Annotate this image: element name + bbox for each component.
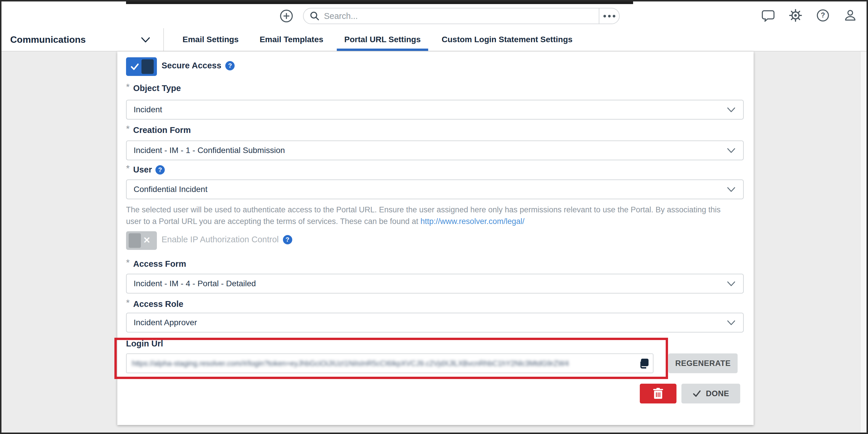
search-bar[interactable]: Search... [303, 8, 620, 24]
tab-portal-url-settings[interactable]: Portal URL Settings [334, 28, 431, 51]
more-options-icon [603, 15, 606, 18]
login-url-field[interactable]: https://alpha-staging.resolver.com/#/log… [126, 354, 653, 373]
ip-authorization-help-icon[interactable]: ? [283, 235, 292, 244]
user-label: * User ? [126, 164, 165, 175]
toggle-knob [129, 233, 141, 248]
tab-email-templates[interactable]: Email Templates [249, 28, 334, 51]
scrollbar-track[interactable] [860, 52, 867, 433]
chat-button[interactable] [761, 8, 775, 23]
required-marker: * [126, 298, 129, 308]
legal-link[interactable]: http://www.resolver.com/legal/ [421, 217, 525, 226]
content-area: Secure Access ? * Object Type Incident *… [1, 52, 867, 433]
settings-tab-bar: Communications Email Settings Email Temp… [1, 28, 867, 52]
gear-icon [788, 8, 803, 23]
top-border-accent [126, 1, 633, 4]
user-profile-button[interactable] [843, 8, 857, 23]
required-marker: * [126, 124, 129, 134]
access-form-value: Incident - IM - 4 - Portal - Detailed [134, 279, 256, 288]
help-button[interactable]: ? [816, 8, 830, 23]
user-icon [843, 8, 857, 23]
required-marker: * [126, 258, 129, 268]
chevron-down-icon [141, 36, 151, 43]
object-type-value: Incident [134, 105, 162, 114]
user-value: Confidential Incident [134, 185, 208, 194]
creation-form-select[interactable]: Incident - IM - 1 - Confidential Submiss… [126, 140, 744, 160]
access-role-value: Incident Approver [134, 318, 197, 327]
check-icon [692, 389, 701, 398]
secure-access-label: Secure Access ? [161, 61, 235, 70]
tab-custom-login-statement-settings[interactable]: Custom Login Statement Settings [431, 28, 583, 51]
object-type-select[interactable]: Incident [126, 100, 744, 120]
search-icon [309, 11, 320, 21]
login-url-value: https://alpha-staging.resolver.com/#/log… [132, 359, 624, 368]
ip-authorization-toggle[interactable]: ✕ [126, 231, 157, 250]
help-icon: ? [816, 8, 830, 23]
regenerate-button[interactable]: REGENERATE [668, 354, 738, 373]
chevron-down-icon [727, 147, 736, 154]
tabs: Email Settings Email Templates Portal UR… [172, 28, 583, 51]
user-select[interactable]: Confidential Incident [126, 179, 744, 199]
ip-authorization-label: Enable IP Authorization Control ? [161, 235, 292, 244]
toggle-knob [142, 59, 154, 74]
chevron-down-icon [727, 320, 736, 326]
top-right-actions: ? [761, 8, 857, 23]
creation-form-value: Incident - IM - 1 - Confidential Submiss… [134, 146, 285, 155]
chevron-down-icon [727, 187, 736, 193]
communications-dropdown-label: Communications [10, 34, 86, 45]
search-more-button[interactable] [599, 8, 619, 24]
top-bar: Search... [1, 1, 867, 28]
check-icon [130, 62, 140, 71]
required-marker: * [126, 82, 129, 93]
copy-icon [638, 358, 651, 370]
creation-form-label: * Creation Form [126, 125, 191, 136]
secure-access-toggle[interactable] [126, 57, 157, 76]
chevron-down-icon [727, 281, 736, 287]
access-form-label: * Access Form [126, 259, 186, 269]
secure-access-help-icon[interactable]: ? [225, 61, 235, 70]
settings-button[interactable] [788, 8, 803, 23]
svg-text:?: ? [821, 11, 825, 19]
app-window: Search... [0, 0, 868, 434]
chat-icon [761, 8, 775, 23]
portal-url-settings-card: Secure Access ? * Object Type Incident *… [117, 52, 754, 425]
communications-dropdown[interactable]: Communications [10, 28, 159, 51]
delete-button[interactable] [640, 384, 677, 403]
copy-button[interactable] [638, 358, 651, 370]
login-url-label: Login Url [126, 339, 163, 348]
user-helper-text: The selected user will be used to authen… [126, 204, 728, 227]
tab-divider [163, 28, 164, 51]
add-button[interactable] [279, 9, 293, 23]
access-role-label: * Access Role [126, 299, 183, 309]
object-type-label: * Object Type [126, 83, 181, 94]
user-help-icon[interactable]: ? [155, 165, 165, 174]
done-button[interactable]: DONE [681, 384, 740, 403]
chevron-down-icon [727, 107, 736, 113]
search-input[interactable]: Search... [324, 11, 599, 21]
add-circle-icon [279, 9, 293, 23]
tab-email-settings[interactable]: Email Settings [172, 28, 249, 51]
access-form-select[interactable]: Incident - IM - 4 - Portal - Detailed [126, 274, 744, 294]
x-icon: ✕ [143, 235, 151, 245]
required-marker: * [126, 163, 129, 174]
trash-icon [653, 388, 663, 399]
access-role-select[interactable]: Incident Approver [126, 313, 744, 332]
